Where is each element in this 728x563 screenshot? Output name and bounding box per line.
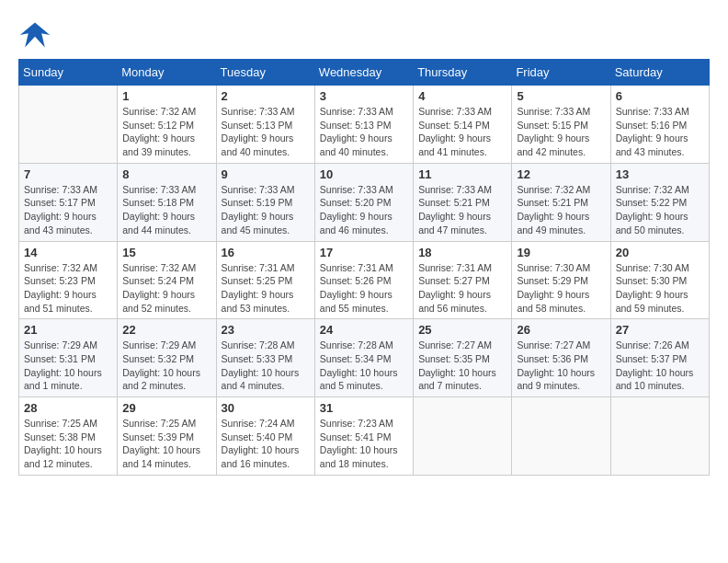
day-info: Sunrise: 7:32 AMSunset: 5:12 PMDaylight:… — [122, 105, 210, 159]
day-info: Sunrise: 7:33 AMSunset: 5:20 PMDaylight:… — [320, 183, 408, 237]
day-info: Sunrise: 7:29 AMSunset: 5:32 PMDaylight:… — [122, 339, 210, 393]
day-info: Sunrise: 7:25 AMSunset: 5:38 PMDaylight:… — [24, 417, 112, 471]
calendar-cell: 17Sunrise: 7:31 AMSunset: 5:26 PMDayligh… — [314, 241, 413, 319]
day-number: 3 — [320, 89, 408, 103]
calendar-cell: 10Sunrise: 7:33 AMSunset: 5:20 PMDayligh… — [314, 163, 413, 241]
day-info: Sunrise: 7:33 AMSunset: 5:21 PMDaylight:… — [418, 183, 506, 237]
day-number: 14 — [24, 246, 112, 259]
day-number: 10 — [320, 167, 408, 181]
calendar-cell: 7Sunrise: 7:33 AMSunset: 5:17 PMDaylight… — [19, 163, 118, 241]
day-number: 8 — [122, 167, 210, 181]
day-number: 25 — [418, 323, 506, 337]
calendar-header-row: SundayMondayTuesdayWednesdayThursdayFrid… — [19, 60, 710, 86]
day-number: 9 — [222, 167, 310, 181]
column-header-wednesday: Wednesday — [314, 60, 413, 86]
day-info: Sunrise: 7:31 AMSunset: 5:26 PMDaylight:… — [320, 261, 408, 316]
day-info: Sunrise: 7:31 AMSunset: 5:25 PMDaylight:… — [222, 261, 310, 316]
day-number: 12 — [517, 167, 605, 181]
day-number: 27 — [616, 323, 704, 337]
day-info: Sunrise: 7:33 AMSunset: 5:18 PMDaylight:… — [122, 183, 210, 237]
calendar-cell: 18Sunrise: 7:31 AMSunset: 5:27 PMDayligh… — [414, 241, 512, 319]
day-number: 5 — [517, 89, 605, 103]
calendar-cell — [512, 397, 610, 476]
calendar-cell: 12Sunrise: 7:32 AMSunset: 5:21 PMDayligh… — [512, 163, 610, 241]
day-info: Sunrise: 7:28 AMSunset: 5:33 PMDaylight:… — [222, 339, 310, 393]
day-number: 15 — [122, 246, 210, 259]
calendar-week-row: 1Sunrise: 7:32 AMSunset: 5:12 PMDaylight… — [19, 86, 710, 164]
calendar-week-row: 28Sunrise: 7:25 AMSunset: 5:38 PMDayligh… — [19, 397, 710, 476]
calendar-cell: 30Sunrise: 7:24 AMSunset: 5:40 PMDayligh… — [216, 397, 314, 476]
calendar-cell: 1Sunrise: 7:32 AMSunset: 5:12 PMDaylight… — [118, 86, 216, 164]
calendar-cell: 2Sunrise: 7:33 AMSunset: 5:13 PMDaylight… — [216, 86, 314, 164]
calendar-week-row: 14Sunrise: 7:32 AMSunset: 5:23 PMDayligh… — [19, 241, 710, 319]
day-info: Sunrise: 7:32 AMSunset: 5:24 PMDaylight:… — [122, 261, 210, 316]
day-info: Sunrise: 7:30 AMSunset: 5:30 PMDaylight:… — [616, 261, 704, 316]
day-info: Sunrise: 7:26 AMSunset: 5:37 PMDaylight:… — [616, 339, 704, 393]
day-number: 17 — [320, 246, 408, 259]
day-number: 30 — [222, 401, 310, 415]
calendar-cell: 6Sunrise: 7:33 AMSunset: 5:16 PMDaylight… — [610, 86, 709, 164]
day-number: 2 — [222, 89, 310, 103]
day-number: 4 — [418, 89, 506, 103]
day-number: 11 — [418, 167, 506, 181]
calendar-cell: 25Sunrise: 7:27 AMSunset: 5:35 PMDayligh… — [414, 319, 512, 397]
day-info: Sunrise: 7:33 AMSunset: 5:13 PMDaylight:… — [222, 105, 310, 159]
column-header-friday: Friday — [512, 60, 610, 86]
day-info: Sunrise: 7:27 AMSunset: 5:35 PMDaylight:… — [418, 339, 506, 393]
column-header-tuesday: Tuesday — [216, 60, 314, 86]
calendar-cell: 15Sunrise: 7:32 AMSunset: 5:24 PMDayligh… — [118, 241, 216, 319]
day-info: Sunrise: 7:29 AMSunset: 5:31 PMDaylight:… — [24, 339, 112, 393]
svg-marker-0 — [20, 23, 50, 48]
calendar-cell — [610, 397, 709, 476]
day-number: 22 — [122, 323, 210, 337]
calendar-cell: 21Sunrise: 7:29 AMSunset: 5:31 PMDayligh… — [19, 319, 118, 397]
day-info: Sunrise: 7:33 AMSunset: 5:13 PMDaylight:… — [320, 105, 408, 159]
day-number: 18 — [418, 246, 506, 259]
day-info: Sunrise: 7:25 AMSunset: 5:39 PMDaylight:… — [122, 417, 210, 471]
calendar-cell — [19, 86, 118, 164]
day-number: 1 — [122, 89, 210, 103]
day-number: 19 — [517, 246, 605, 259]
calendar-cell: 28Sunrise: 7:25 AMSunset: 5:38 PMDayligh… — [19, 397, 118, 476]
calendar-cell: 11Sunrise: 7:33 AMSunset: 5:21 PMDayligh… — [414, 163, 512, 241]
day-info: Sunrise: 7:33 AMSunset: 5:16 PMDaylight:… — [616, 105, 704, 159]
day-info: Sunrise: 7:31 AMSunset: 5:27 PMDaylight:… — [418, 261, 506, 316]
calendar-cell: 3Sunrise: 7:33 AMSunset: 5:13 PMDaylight… — [314, 86, 413, 164]
column-header-saturday: Saturday — [610, 60, 709, 86]
day-info: Sunrise: 7:33 AMSunset: 5:17 PMDaylight:… — [24, 183, 112, 237]
day-info: Sunrise: 7:33 AMSunset: 5:15 PMDaylight:… — [517, 105, 605, 159]
day-info: Sunrise: 7:32 AMSunset: 5:21 PMDaylight:… — [517, 183, 605, 237]
day-info: Sunrise: 7:33 AMSunset: 5:19 PMDaylight:… — [222, 183, 310, 237]
calendar-cell: 19Sunrise: 7:30 AMSunset: 5:29 PMDayligh… — [512, 241, 610, 319]
day-number: 31 — [320, 401, 408, 415]
day-info: Sunrise: 7:28 AMSunset: 5:34 PMDaylight:… — [320, 339, 408, 393]
calendar-cell: 20Sunrise: 7:30 AMSunset: 5:30 PMDayligh… — [610, 241, 709, 319]
day-info: Sunrise: 7:23 AMSunset: 5:41 PMDaylight:… — [320, 417, 408, 471]
calendar-cell: 22Sunrise: 7:29 AMSunset: 5:32 PMDayligh… — [118, 319, 216, 397]
day-number: 29 — [122, 401, 210, 415]
calendar-cell: 29Sunrise: 7:25 AMSunset: 5:39 PMDayligh… — [118, 397, 216, 476]
page-header — [18, 18, 710, 52]
day-info: Sunrise: 7:32 AMSunset: 5:23 PMDaylight:… — [24, 261, 112, 316]
calendar-cell: 5Sunrise: 7:33 AMSunset: 5:15 PMDaylight… — [512, 86, 610, 164]
day-number: 28 — [24, 401, 112, 415]
day-number: 21 — [24, 323, 112, 337]
calendar-cell: 4Sunrise: 7:33 AMSunset: 5:14 PMDaylight… — [414, 86, 512, 164]
calendar-cell: 16Sunrise: 7:31 AMSunset: 5:25 PMDayligh… — [216, 241, 314, 319]
day-number: 24 — [320, 323, 408, 337]
calendar-cell: 26Sunrise: 7:27 AMSunset: 5:36 PMDayligh… — [512, 319, 610, 397]
logo-icon — [18, 18, 51, 52]
day-info: Sunrise: 7:30 AMSunset: 5:29 PMDaylight:… — [517, 261, 605, 316]
calendar-cell: 8Sunrise: 7:33 AMSunset: 5:18 PMDaylight… — [118, 163, 216, 241]
day-number: 7 — [24, 167, 112, 181]
calendar-cell: 23Sunrise: 7:28 AMSunset: 5:33 PMDayligh… — [216, 319, 314, 397]
calendar-cell: 24Sunrise: 7:28 AMSunset: 5:34 PMDayligh… — [314, 319, 413, 397]
day-info: Sunrise: 7:27 AMSunset: 5:36 PMDaylight:… — [517, 339, 605, 393]
calendar-cell: 9Sunrise: 7:33 AMSunset: 5:19 PMDaylight… — [216, 163, 314, 241]
column-header-sunday: Sunday — [19, 60, 118, 86]
column-header-monday: Monday — [118, 60, 216, 86]
day-number: 13 — [616, 167, 704, 181]
calendar-week-row: 21Sunrise: 7:29 AMSunset: 5:31 PMDayligh… — [19, 319, 710, 397]
day-info: Sunrise: 7:32 AMSunset: 5:22 PMDaylight:… — [616, 183, 704, 237]
day-number: 23 — [222, 323, 310, 337]
